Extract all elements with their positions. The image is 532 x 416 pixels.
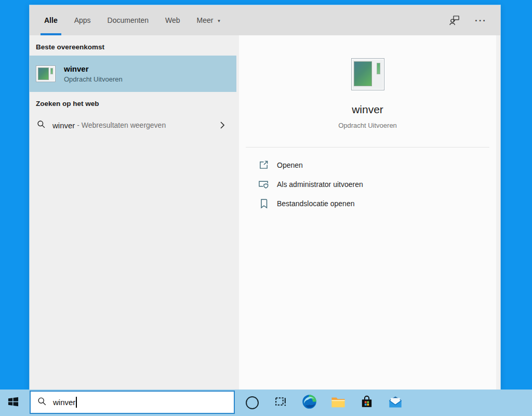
tab-alle[interactable]: Alle — [37, 5, 65, 35]
tab-label: Meer — [197, 16, 214, 24]
web-search-header: Zoeken op het web — [36, 100, 236, 108]
web-query-text: winver — [52, 121, 75, 130]
tab-apps[interactable]: Apps — [67, 5, 98, 35]
search-filter-tab-bar: Alle Apps Documenten Web Meer ▼ — [30, 5, 500, 35]
winver-icon-green-pane — [354, 61, 372, 86]
edge-icon — [302, 394, 317, 411]
mail-icon — [388, 395, 403, 411]
winver-icon-green-pane — [38, 68, 49, 80]
result-subtitle: Opdracht Uitvoeren — [64, 75, 123, 83]
tab-label: Documenten — [108, 16, 149, 24]
tab-web[interactable]: Web — [158, 5, 188, 35]
best-match-texts: winver Opdracht Uitvoeren — [64, 64, 123, 83]
task-view-button[interactable] — [267, 390, 295, 416]
cortana-button[interactable] — [238, 390, 267, 416]
winver-icon-green-bar — [377, 63, 380, 74]
best-match-header: Beste overeenkomst — [36, 43, 236, 51]
file-location-icon — [258, 198, 269, 209]
edge-button[interactable] — [295, 390, 324, 416]
cortana-icon — [246, 396, 259, 409]
feedback-icon[interactable] — [448, 15, 460, 26]
start-button[interactable] — [0, 390, 26, 416]
file-explorer-icon — [331, 396, 345, 410]
result-preview-panel: winver Opdracht Uitvoeren Openen — [236, 35, 500, 390]
active-tab-underline — [41, 33, 61, 35]
action-label: Openen — [277, 161, 303, 169]
result-title: winver — [64, 64, 123, 73]
store-icon — [360, 395, 374, 411]
tab-label: Alle — [44, 16, 58, 24]
results-list-panel: Beste overeenkomst winver Opdracht Uitvo… — [30, 35, 236, 390]
mail-button[interactable] — [381, 390, 409, 416]
search-input-value: winver — [53, 398, 75, 407]
web-search-result[interactable]: winver - Webresultaten weergeven — [30, 115, 236, 135]
run-as-admin-icon — [258, 179, 269, 190]
tab-meer[interactable]: Meer ▼ — [190, 5, 229, 35]
open-icon — [258, 160, 269, 170]
more-options-icon[interactable]: ··· — [475, 16, 487, 25]
tab-documenten[interactable]: Documenten — [100, 5, 156, 35]
winver-icon-green-bar — [50, 68, 53, 74]
action-open[interactable]: Openen — [239, 155, 496, 175]
search-icon — [37, 120, 46, 131]
taskbar-icons — [238, 390, 409, 416]
taskbar: winver — [0, 390, 532, 416]
tab-label: Apps — [74, 16, 91, 24]
search-results-area: Beste overeenkomst winver Opdracht Uitvo… — [30, 35, 500, 390]
preview-app-subtitle: Opdracht Uitvoeren — [338, 122, 397, 129]
winver-app-icon-large — [351, 58, 384, 90]
windows-search-flyout: Alle Apps Documenten Web Meer ▼ — [30, 5, 500, 390]
action-run-as-admin[interactable]: Als administrator uitvoeren — [239, 175, 496, 194]
search-icon — [37, 397, 47, 408]
winver-app-icon — [36, 65, 56, 82]
microsoft-store-button[interactable] — [352, 390, 381, 416]
preview-app-title: winver — [352, 103, 383, 116]
taskbar-search-input[interactable]: winver — [30, 391, 235, 414]
action-open-file-location[interactable]: Bestandslocatie openen — [239, 194, 496, 213]
tab-label: Web — [165, 16, 180, 24]
text-cursor — [76, 397, 77, 408]
action-label: Als administrator uitvoeren — [277, 180, 363, 189]
file-explorer-button[interactable] — [324, 390, 352, 416]
web-suffix-text: - Webresultaten weergeven — [75, 121, 166, 129]
chevron-down-icon: ▼ — [217, 19, 221, 23]
chevron-right-icon[interactable] — [220, 121, 225, 129]
task-view-icon — [274, 395, 287, 410]
best-match-result-winver[interactable]: winver Opdracht Uitvoeren — [30, 56, 236, 92]
tab-bar-right-icons: ··· — [448, 5, 487, 35]
action-label: Bestandslocatie openen — [277, 199, 354, 208]
action-list: Openen Als administrator uitvoeren — [239, 155, 496, 213]
preview-divider — [246, 147, 489, 147]
windows-logo-icon — [7, 396, 19, 410]
